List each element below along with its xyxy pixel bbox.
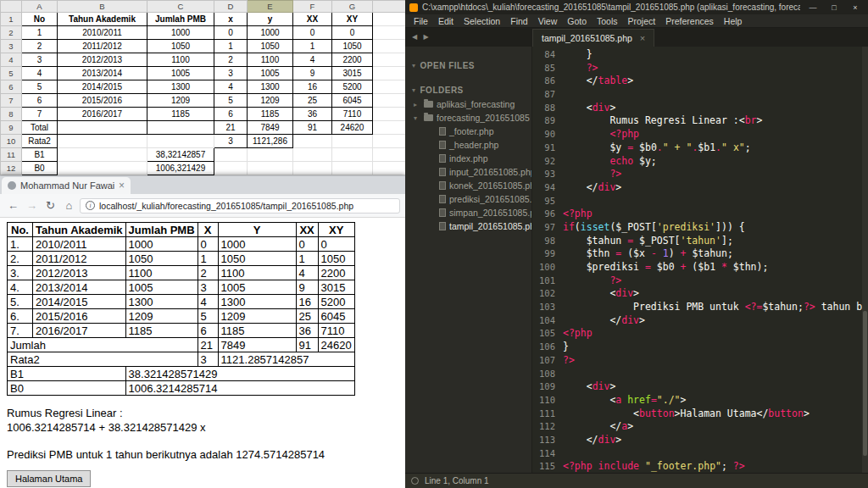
code-line[interactable]: 90 <?php [532,128,868,141]
excel-cell[interactable]: x [214,13,248,26]
excel-row-header-11[interactable]: 11 [1,148,22,162]
excel-cell[interactable] [293,162,332,175]
maximize-icon[interactable]: □ [826,3,843,12]
excel-cell[interactable]: 6 [22,94,58,108]
code-line[interactable]: 112 </a> [532,420,868,434]
sidebar-file-index.php[interactable]: index.php [405,152,531,165]
code-line[interactable]: 92 echo $y; [532,155,868,169]
code-line[interactable]: 97if(isset($_POST['prediksi'])) { [532,221,868,235]
excel-cell[interactable]: 4 [22,67,58,80]
excel-cell[interactable] [58,162,147,175]
tab-scroll-right-icon[interactable]: ▶ [423,33,428,41]
excel-cell[interactable]: Rata2 [22,135,58,148]
sidebar-file-input_201651085.php[interactable]: input_201651085.php [405,165,531,179]
menu-preferences[interactable]: Preferences [660,16,719,26]
excel-cell[interactable] [332,148,373,162]
excel-cell[interactable] [373,13,406,26]
excel-row-header-8[interactable]: 8 [1,108,22,121]
excel-cell[interactable]: 2010/2011 [58,26,147,40]
refresh-icon[interactable]: ↻ [42,199,58,212]
code-editor[interactable]: 84 }85 ?>86 </table>8788 <div>89 Rumus R… [532,47,868,473]
excel-row-header-3[interactable]: 3 [1,40,22,53]
sidebar-file-_header.php[interactable]: _header.php [405,138,531,152]
excel-col-header-A[interactable]: A [22,1,58,13]
editor-tab-close-icon[interactable]: × [640,33,645,43]
excel-cell[interactable]: 1000 [147,26,214,40]
menu-help[interactable]: Help [719,16,748,26]
code-line[interactable]: 113 </div> [532,434,868,447]
excel-cell[interactable] [373,135,406,148]
code-line[interactable]: 86 </table> [532,75,868,88]
excel-cell[interactable] [373,121,406,135]
excel-col-header-D[interactable]: D [214,1,248,13]
code-line[interactable]: 94 </div> [532,181,868,195]
excel-cell[interactable]: 1 [293,40,332,53]
code-line[interactable]: 91 $y = $b0." + ".$b1." x"; [532,141,868,155]
excel-cell[interactable] [373,40,406,53]
code-line[interactable]: 111 <button>Halaman Utama</button> [532,408,868,421]
code-line[interactable]: 105<?php [532,327,868,341]
sidebar-file-_footer.php[interactable]: _footer.php [405,125,531,138]
open-files-header[interactable]: ▾ OPEN FILES [405,58,531,73]
excel-cell[interactable]: 25 [293,94,332,108]
excel-row-header-12[interactable]: 12 [1,162,22,175]
excel-col-header-C[interactable]: C [147,1,214,13]
excel-row-header-5[interactable]: 5 [1,67,22,80]
code-line[interactable]: 96<?php [532,208,868,221]
code-line[interactable]: 95 [532,195,868,208]
excel-cell[interactable]: 1185 [147,108,214,121]
excel-row-header-9[interactable]: 9 [1,121,22,135]
excel-cell[interactable]: 1050 [147,40,214,53]
excel-cell[interactable] [58,135,147,148]
code-line[interactable]: 106} [532,341,868,354]
tab-scroll-left-icon[interactable]: ◀ [412,33,417,41]
sidebar-file-prediksi_201651085.php[interactable]: prediksi_201651085.php [405,192,531,206]
excel-cell[interactable]: B0 [22,162,58,175]
menu-edit[interactable]: Edit [433,16,459,26]
excel-cell[interactable]: 1121,286 [248,135,293,148]
excel-cell[interactable]: 0 [214,26,248,40]
excel-cell[interactable]: 3015 [332,67,373,80]
excel-cell[interactable]: 1050 [248,40,293,53]
excel-cell[interactable]: 2013/2014 [58,67,147,80]
code-line[interactable]: 99 $thn = ($x - 1) + $tahun; [532,247,868,261]
excel-cell[interactable]: 1209 [248,94,293,108]
excel-cell[interactable]: 2011/2012 [58,40,147,53]
menu-view[interactable]: View [533,16,563,26]
excel-cell[interactable]: 1006,321429 [147,162,214,175]
excel-cell[interactable] [373,162,406,175]
excel-cell[interactable]: 2012/2013 [58,53,147,67]
code-line[interactable]: 93 ?> [532,168,868,181]
excel-row-header-10[interactable]: 10 [1,135,22,148]
excel-row-header-1[interactable]: 1 [1,13,22,26]
code-line[interactable]: 101 ?> [532,274,868,288]
excel-cell[interactable]: 3 [214,135,248,148]
excel-cell[interactable]: 36 [293,108,332,121]
scrollbar-thumb[interactable] [863,311,867,456]
excel-cell[interactable]: 24620 [332,121,373,135]
excel-cell[interactable] [58,121,147,135]
code-line[interactable]: 84 } [532,48,868,62]
sidebar-file-tampil_201651085.php[interactable]: tampil_201651085.php [405,219,531,233]
excel-cell[interactable] [293,135,332,148]
excel-cell[interactable]: 2014/2015 [58,80,147,94]
excel-cell[interactable] [214,162,248,175]
excel-cell[interactable]: 1300 [248,80,293,94]
menu-selection[interactable]: Selection [459,16,505,26]
excel-cell[interactable] [373,53,406,67]
excel-cell[interactable]: 7 [22,108,58,121]
code-line[interactable]: 115<?php include "_footer.php"; ?> [532,460,868,473]
excel-cell[interactable]: 2 [22,40,58,53]
excel-col-header-E[interactable]: E [248,1,293,13]
forward-icon[interactable]: → [24,199,40,212]
code-line[interactable]: 88 <div> [532,102,868,115]
excel-cell[interactable]: 0 [293,26,332,40]
page-info-icon[interactable]: i [86,201,95,210]
excel-cell[interactable]: 38,32142857 [147,148,214,162]
excel-cell[interactable]: 1000 [248,26,293,40]
excel-cell[interactable]: 7849 [248,121,293,135]
menu-goto[interactable]: Goto [562,16,592,26]
excel-cell[interactable]: 6 [214,108,248,121]
close-icon[interactable]: × [847,3,864,12]
editor-scrollbar[interactable] [862,47,868,473]
